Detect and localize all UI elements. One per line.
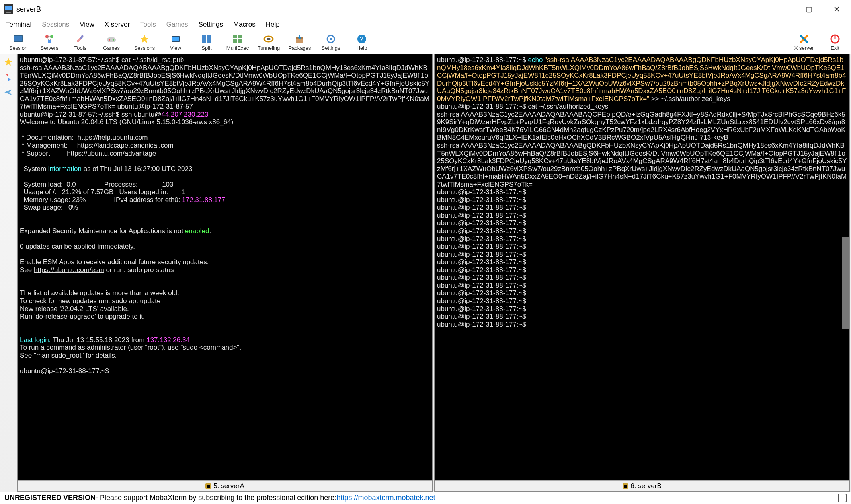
tool-servers[interactable]: Servers bbox=[34, 31, 65, 54]
svg-point-14 bbox=[113, 39, 114, 41]
maximize-button[interactable]: ▢ bbox=[795, 0, 823, 18]
tool-tunneling[interactable]: Tunneling bbox=[253, 31, 284, 54]
svg-rect-22 bbox=[233, 39, 237, 43]
left-tab[interactable]: 5. serverA bbox=[18, 480, 432, 491]
tool-exit[interactable]: Exit bbox=[820, 31, 851, 54]
svg-rect-21 bbox=[238, 35, 242, 38]
menu-tools[interactable]: Tools bbox=[136, 19, 160, 30]
terminal-icon bbox=[205, 483, 211, 489]
right-tab[interactable]: 6. serverB bbox=[435, 480, 849, 491]
right-pane: ubuntu@ip-172-31-88-177:~$ echo "ssh-rsa… bbox=[434, 54, 850, 492]
menu-games[interactable]: Games bbox=[162, 19, 192, 30]
svg-marker-34 bbox=[4, 58, 12, 66]
close-button[interactable]: ✕ bbox=[823, 0, 851, 18]
svg-rect-19 bbox=[207, 35, 211, 43]
menu-help[interactable]: Help bbox=[262, 19, 284, 30]
svg-rect-23 bbox=[238, 39, 242, 43]
titlebar: serverB — ▢ ✕ bbox=[0, 0, 851, 18]
status-link[interactable]: https://mobaxterm.mobatek.net bbox=[336, 494, 435, 502]
unregistered-label: UNREGISTERED VERSION bbox=[4, 494, 96, 502]
toolbar: Session Servers Tools Games Sessions Vie… bbox=[0, 31, 851, 54]
svg-rect-17 bbox=[172, 37, 179, 41]
terminal-icon bbox=[623, 483, 628, 489]
menu-view[interactable]: View bbox=[76, 19, 98, 30]
statusbar: UNREGISTERED VERSION - Please support Mo… bbox=[0, 492, 851, 504]
sidebar-send-icon[interactable] bbox=[3, 87, 14, 98]
sidebar-arrows-icon[interactable] bbox=[3, 72, 14, 83]
tool-xserver[interactable]: X server bbox=[789, 31, 820, 54]
svg-point-25 bbox=[267, 38, 271, 40]
tool-packages[interactable]: Packages bbox=[284, 31, 315, 54]
menu-terminal[interactable]: Terminal bbox=[2, 19, 35, 30]
svg-rect-18 bbox=[202, 35, 206, 43]
tool-split[interactable]: Split bbox=[191, 31, 222, 54]
menu-sessions[interactable]: Sessions bbox=[38, 19, 73, 30]
tool-games[interactable]: Games bbox=[96, 31, 127, 54]
svg-rect-2 bbox=[6, 12, 11, 13]
menubar: Terminal Sessions View X server Tools Ga… bbox=[0, 18, 851, 31]
tool-multiexec[interactable]: MultiExec bbox=[222, 31, 253, 54]
svg-point-29 bbox=[330, 38, 332, 40]
tool-help[interactable]: ?Help bbox=[346, 31, 377, 54]
window-title: serverB bbox=[16, 5, 767, 14]
tool-view[interactable]: View bbox=[160, 31, 191, 54]
tool-tools[interactable]: Tools bbox=[65, 31, 96, 54]
svg-rect-20 bbox=[233, 35, 237, 38]
sidebar-star-icon[interactable] bbox=[3, 56, 14, 68]
tool-sessions[interactable]: Sessions bbox=[129, 31, 160, 54]
menu-macros[interactable]: Macros bbox=[229, 19, 260, 30]
tool-settings[interactable]: Settings bbox=[315, 31, 346, 54]
tool-session[interactable]: Session bbox=[3, 31, 34, 54]
svg-rect-3 bbox=[14, 35, 23, 42]
minimize-button[interactable]: — bbox=[767, 0, 795, 18]
app-icon bbox=[4, 4, 13, 14]
svg-text:?: ? bbox=[360, 36, 364, 43]
menu-xserver[interactable]: X server bbox=[101, 19, 134, 30]
svg-rect-4 bbox=[16, 43, 21, 43]
svg-marker-15 bbox=[140, 35, 149, 43]
menu-settings[interactable]: Settings bbox=[195, 19, 227, 30]
svg-point-13 bbox=[109, 39, 110, 41]
svg-rect-1 bbox=[5, 6, 12, 10]
left-terminal[interactable]: ubuntu@ip-172-31-87-57:~/.ssh$ cat ~/.ss… bbox=[18, 54, 432, 480]
svg-rect-12 bbox=[107, 37, 116, 42]
right-terminal[interactable]: ubuntu@ip-172-31-88-177:~$ echo "ssh-rsa… bbox=[435, 54, 849, 480]
scrollbar-thumb[interactable] bbox=[842, 237, 849, 329]
left-pane: ubuntu@ip-172-31-87-57:~/.ssh$ cat ~/.ss… bbox=[17, 54, 433, 492]
status-right-icon[interactable] bbox=[838, 494, 847, 502]
sidebar bbox=[0, 54, 16, 492]
